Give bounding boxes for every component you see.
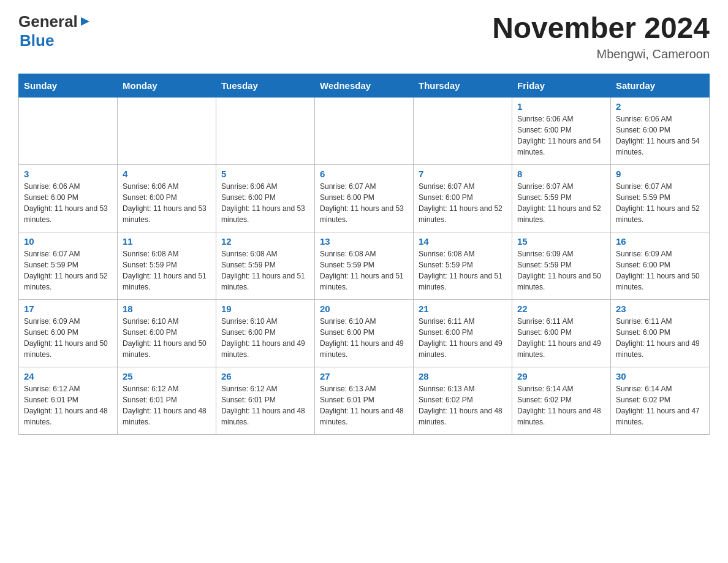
calendar-cell: 19Sunrise: 6:10 AMSunset: 6:00 PMDayligh… <box>216 299 315 367</box>
calendar-header-sunday: Sunday <box>19 74 118 97</box>
calendar-cell: 16Sunrise: 6:09 AMSunset: 6:00 PMDayligh… <box>611 232 710 299</box>
calendar-cell: 12Sunrise: 6:08 AMSunset: 5:59 PMDayligh… <box>216 232 315 299</box>
calendar-week-row: 17Sunrise: 6:09 AMSunset: 6:00 PMDayligh… <box>19 299 710 367</box>
calendar-cell: 8Sunrise: 6:07 AMSunset: 5:59 PMDaylight… <box>512 164 611 232</box>
title-block: November 2024 Mbengwi, Cameroon <box>492 12 710 61</box>
day-number: 11 <box>123 236 211 247</box>
day-info: Sunrise: 6:11 AMSunset: 6:00 PMDaylight:… <box>419 316 507 360</box>
calendar-cell <box>315 97 414 164</box>
month-title: November 2024 <box>492 12 710 45</box>
svg-marker-0 <box>81 17 89 26</box>
day-number: 20 <box>320 304 408 314</box>
calendar-cell: 17Sunrise: 6:09 AMSunset: 6:00 PMDayligh… <box>19 299 118 367</box>
day-number: 27 <box>320 371 408 381</box>
calendar-cell: 10Sunrise: 6:07 AMSunset: 5:59 PMDayligh… <box>19 232 118 299</box>
day-number: 9 <box>616 169 704 179</box>
calendar-cell: 14Sunrise: 6:08 AMSunset: 5:59 PMDayligh… <box>414 232 512 299</box>
day-info: Sunrise: 6:12 AMSunset: 6:01 PMDaylight:… <box>123 383 211 427</box>
calendar-cell: 5Sunrise: 6:06 AMSunset: 6:00 PMDaylight… <box>216 164 315 232</box>
day-info: Sunrise: 6:07 AMSunset: 5:59 PMDaylight:… <box>517 181 605 225</box>
day-number: 14 <box>419 236 507 247</box>
calendar-cell: 26Sunrise: 6:12 AMSunset: 6:01 PMDayligh… <box>216 367 315 434</box>
calendar-cell: 27Sunrise: 6:13 AMSunset: 6:01 PMDayligh… <box>315 367 414 434</box>
page-header: General Blue November 2024 Mbengwi, Came… <box>18 12 710 61</box>
calendar-cell: 23Sunrise: 6:11 AMSunset: 6:00 PMDayligh… <box>611 299 710 367</box>
calendar-cell: 18Sunrise: 6:10 AMSunset: 6:00 PMDayligh… <box>118 299 216 367</box>
day-number: 29 <box>517 371 605 381</box>
logo-blue-text: Blue <box>20 31 54 50</box>
calendar-cell: 15Sunrise: 6:09 AMSunset: 5:59 PMDayligh… <box>512 232 611 299</box>
day-number: 28 <box>419 371 507 381</box>
day-number: 22 <box>517 304 605 314</box>
calendar-week-row: 3Sunrise: 6:06 AMSunset: 6:00 PMDaylight… <box>19 164 710 232</box>
calendar-cell: 4Sunrise: 6:06 AMSunset: 6:00 PMDaylight… <box>118 164 216 232</box>
day-number: 19 <box>221 304 309 314</box>
day-info: Sunrise: 6:06 AMSunset: 6:00 PMDaylight:… <box>24 181 112 225</box>
day-info: Sunrise: 6:09 AMSunset: 6:00 PMDaylight:… <box>616 248 704 293</box>
day-number: 24 <box>24 371 112 381</box>
day-info: Sunrise: 6:06 AMSunset: 6:00 PMDaylight:… <box>616 113 704 158</box>
day-number: 7 <box>419 169 507 179</box>
calendar-cell: 20Sunrise: 6:10 AMSunset: 6:00 PMDayligh… <box>315 299 414 367</box>
calendar-header-saturday: Saturday <box>611 74 710 97</box>
day-info: Sunrise: 6:10 AMSunset: 6:00 PMDaylight:… <box>221 316 309 360</box>
day-info: Sunrise: 6:08 AMSunset: 5:59 PMDaylight:… <box>221 248 309 293</box>
day-number: 8 <box>517 169 605 179</box>
day-info: Sunrise: 6:07 AMSunset: 6:00 PMDaylight:… <box>419 181 507 225</box>
day-info: Sunrise: 6:12 AMSunset: 6:01 PMDaylight:… <box>221 383 309 427</box>
day-number: 12 <box>221 236 309 247</box>
calendar-cell: 6Sunrise: 6:07 AMSunset: 6:00 PMDaylight… <box>315 164 414 232</box>
day-number: 6 <box>320 169 408 179</box>
calendar-cell: 13Sunrise: 6:08 AMSunset: 5:59 PMDayligh… <box>315 232 414 299</box>
day-info: Sunrise: 6:09 AMSunset: 5:59 PMDaylight:… <box>517 248 605 293</box>
day-number: 30 <box>616 371 704 381</box>
calendar-week-row: 10Sunrise: 6:07 AMSunset: 5:59 PMDayligh… <box>19 232 710 299</box>
logo-general-text: General <box>18 12 78 31</box>
day-number: 10 <box>24 236 112 247</box>
calendar-cell: 24Sunrise: 6:12 AMSunset: 6:01 PMDayligh… <box>19 367 118 434</box>
calendar-cell <box>414 97 512 164</box>
day-info: Sunrise: 6:08 AMSunset: 5:59 PMDaylight:… <box>320 248 408 293</box>
calendar-cell: 1Sunrise: 6:06 AMSunset: 6:00 PMDaylight… <box>512 97 611 164</box>
calendar-cell: 21Sunrise: 6:11 AMSunset: 6:00 PMDayligh… <box>414 299 512 367</box>
day-number: 1 <box>517 101 605 112</box>
calendar-cell: 28Sunrise: 6:13 AMSunset: 6:02 PMDayligh… <box>414 367 512 434</box>
calendar-cell: 9Sunrise: 6:07 AMSunset: 5:59 PMDaylight… <box>611 164 710 232</box>
calendar-header-thursday: Thursday <box>414 74 512 97</box>
day-number: 26 <box>221 371 309 381</box>
calendar-cell: 11Sunrise: 6:08 AMSunset: 5:59 PMDayligh… <box>118 232 216 299</box>
day-number: 21 <box>419 304 507 314</box>
day-info: Sunrise: 6:10 AMSunset: 6:00 PMDaylight:… <box>320 316 408 360</box>
calendar-cell <box>19 97 118 164</box>
day-number: 25 <box>123 371 211 381</box>
calendar-header-tuesday: Tuesday <box>216 74 315 97</box>
calendar-cell: 2Sunrise: 6:06 AMSunset: 6:00 PMDaylight… <box>611 97 710 164</box>
day-info: Sunrise: 6:07 AMSunset: 5:59 PMDaylight:… <box>616 181 704 225</box>
location-text: Mbengwi, Cameroon <box>492 47 710 61</box>
day-info: Sunrise: 6:07 AMSunset: 6:00 PMDaylight:… <box>320 181 408 225</box>
calendar-cell: 29Sunrise: 6:14 AMSunset: 6:02 PMDayligh… <box>512 367 611 434</box>
day-number: 5 <box>221 169 309 179</box>
calendar-header-monday: Monday <box>118 74 216 97</box>
day-info: Sunrise: 6:12 AMSunset: 6:01 PMDaylight:… <box>24 383 112 427</box>
calendar-week-row: 1Sunrise: 6:06 AMSunset: 6:00 PMDaylight… <box>19 97 710 164</box>
day-number: 16 <box>616 236 704 247</box>
day-info: Sunrise: 6:11 AMSunset: 6:00 PMDaylight:… <box>616 316 704 360</box>
day-info: Sunrise: 6:06 AMSunset: 6:00 PMDaylight:… <box>123 181 211 225</box>
calendar-cell <box>118 97 216 164</box>
calendar-week-row: 24Sunrise: 6:12 AMSunset: 6:01 PMDayligh… <box>19 367 710 434</box>
logo: General Blue <box>18 12 91 50</box>
calendar-cell: 25Sunrise: 6:12 AMSunset: 6:01 PMDayligh… <box>118 367 216 434</box>
day-number: 4 <box>123 169 211 179</box>
day-number: 18 <box>123 304 211 314</box>
calendar-table: SundayMondayTuesdayWednesdayThursdayFrid… <box>18 74 710 435</box>
calendar-cell: 22Sunrise: 6:11 AMSunset: 6:00 PMDayligh… <box>512 299 611 367</box>
day-info: Sunrise: 6:06 AMSunset: 6:00 PMDaylight:… <box>517 113 605 158</box>
day-number: 13 <box>320 236 408 247</box>
calendar-header-friday: Friday <box>512 74 611 97</box>
day-info: Sunrise: 6:08 AMSunset: 5:59 PMDaylight:… <box>123 248 211 293</box>
calendar-cell: 30Sunrise: 6:14 AMSunset: 6:02 PMDayligh… <box>611 367 710 434</box>
day-info: Sunrise: 6:13 AMSunset: 6:02 PMDaylight:… <box>419 383 507 427</box>
day-info: Sunrise: 6:08 AMSunset: 5:59 PMDaylight:… <box>419 248 507 293</box>
calendar-cell: 3Sunrise: 6:06 AMSunset: 6:00 PMDaylight… <box>19 164 118 232</box>
